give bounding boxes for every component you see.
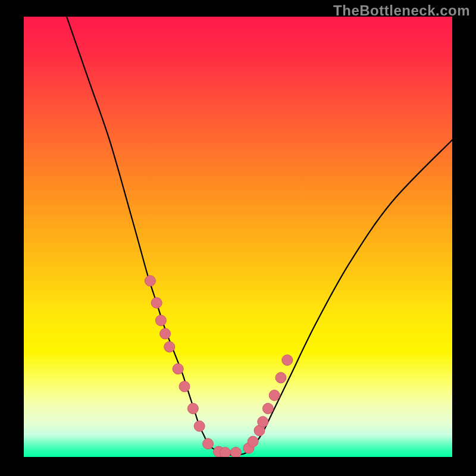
marker-point — [151, 298, 162, 308]
marker-point — [203, 439, 214, 449]
marker-point — [164, 342, 175, 352]
marker-point — [155, 315, 166, 326]
marker-point — [145, 275, 155, 286]
marker-point — [179, 381, 190, 392]
chart-stage: TheBottleneck.com — [0, 0, 476, 476]
marker-point — [258, 416, 268, 427]
marker-point — [275, 372, 286, 383]
marker-point — [187, 403, 198, 414]
marker-point — [194, 421, 205, 431]
bottleneck-curve — [67, 17, 452, 455]
marker-point — [230, 447, 241, 457]
marker-point — [269, 390, 280, 400]
curve-svg — [24, 17, 452, 457]
plot-area — [24, 17, 452, 457]
marker-point — [160, 328, 171, 339]
marker-group — [145, 275, 292, 457]
marker-point — [220, 447, 230, 457]
marker-point — [282, 355, 293, 365]
marker-point — [262, 403, 273, 414]
marker-point — [173, 364, 183, 374]
marker-point — [248, 436, 258, 447]
